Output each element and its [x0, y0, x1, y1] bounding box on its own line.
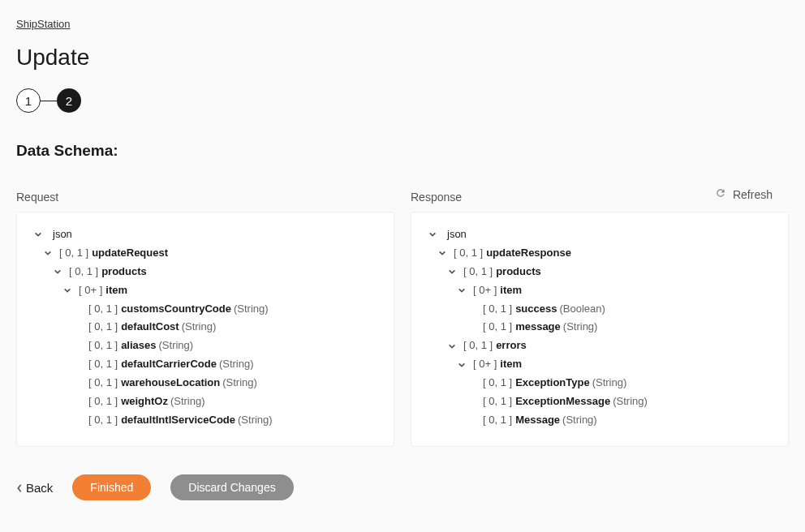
node-name: weightOz [121, 395, 168, 409]
node-name: defaultIntlServiceCode [121, 414, 235, 427]
stepper: 1 2 [16, 88, 789, 113]
node-cardinality: [ 0, 1 ] [69, 265, 98, 279]
tree-node[interactable]: [ 0+ ] item [32, 281, 379, 300]
node-name: warehouseLocation [121, 376, 220, 390]
node-cardinality: [ 0+ ] [79, 284, 102, 298]
node-name: item [105, 284, 127, 298]
node-name: products [101, 265, 147, 279]
node-cardinality: [ 0, 1 ] [88, 376, 118, 390]
node-cardinality: [ 0, 1 ] [88, 358, 118, 371]
refresh-button[interactable]: Refresh [715, 187, 773, 201]
chevron-down-icon[interactable] [51, 265, 64, 278]
page-title: Update [16, 45, 789, 71]
tree-node[interactable]: [ 0+ ] item [426, 281, 773, 300]
node-type: (String) [563, 320, 598, 334]
node-cardinality: [ 0+ ] [473, 284, 497, 298]
node-cardinality: [ 0+ ] [473, 358, 497, 371]
chevron-down-icon[interactable] [455, 358, 468, 371]
chevron-down-icon[interactable] [436, 247, 449, 260]
step-2[interactable]: 2 [57, 88, 81, 113]
step-connector [41, 101, 57, 101]
node-name: Message [515, 414, 560, 427]
node-name: json [53, 228, 72, 242]
node-name: aliases [121, 339, 156, 353]
tree-node[interactable]: [ 0, 1 ] ExceptionMessage (String) [426, 393, 773, 411]
node-type: (String) [613, 395, 648, 409]
tree-node[interactable]: [ 0, 1 ] aliases (String) [32, 337, 379, 355]
node-name: defaultCost [121, 320, 179, 334]
tree-node[interactable]: [ 0, 1 ] Message (String) [426, 411, 773, 430]
node-cardinality: [ 0, 1 ] [463, 265, 493, 279]
node-type: (String) [219, 358, 254, 371]
node-name: products [496, 265, 541, 279]
back-button[interactable]: Back [16, 481, 53, 495]
node-name: updateResponse [486, 247, 571, 260]
node-name: json [447, 228, 467, 242]
chevron-down-icon[interactable] [41, 247, 54, 260]
tree-node[interactable]: [ 0, 1 ] message (String) [426, 318, 773, 337]
node-cardinality: [ 0, 1 ] [59, 247, 88, 260]
finished-button[interactable]: Finished [72, 474, 151, 500]
node-name: errors [496, 339, 527, 353]
tree-node[interactable]: [ 0, 1 ] customsCountryCode (String) [32, 300, 379, 319]
tree-node[interactable]: [ 0, 1 ] products [426, 263, 773, 281]
response-schema-box: json[ 0, 1 ] updateResponse[ 0, 1 ] prod… [411, 212, 789, 447]
node-cardinality: [ 0, 1 ] [88, 414, 118, 427]
chevron-down-icon[interactable] [32, 228, 45, 241]
node-name: success [515, 302, 557, 316]
request-schema-box: json[ 0, 1 ] updateRequest[ 0, 1 ] produ… [16, 212, 394, 447]
node-type: (String) [170, 395, 205, 409]
node-cardinality: [ 0, 1 ] [483, 320, 512, 334]
node-cardinality: [ 0, 1 ] [483, 395, 512, 409]
node-cardinality: [ 0, 1 ] [88, 320, 118, 334]
node-type: (String) [182, 320, 217, 334]
node-type: (Boolean) [559, 302, 605, 316]
request-header: Request [16, 191, 394, 204]
tree-node[interactable]: [ 0, 1 ] defaultCarrierCode (String) [32, 355, 379, 374]
node-name: ExceptionType [515, 376, 590, 390]
node-type: (String) [222, 376, 257, 390]
tree-node[interactable]: [ 0+ ] item [426, 355, 773, 374]
tree-node[interactable]: [ 0, 1 ] updateResponse [426, 244, 773, 263]
node-name: item [500, 358, 522, 371]
tree-node[interactable]: [ 0, 1 ] defaultIntlServiceCode (String) [32, 411, 379, 430]
node-cardinality: [ 0, 1 ] [454, 247, 483, 260]
tree-node[interactable]: [ 0, 1 ] weightOz (String) [32, 393, 379, 411]
node-name: ExceptionMessage [515, 395, 610, 409]
tree-node[interactable]: [ 0, 1 ] ExceptionType (String) [426, 374, 773, 393]
tree-node[interactable]: [ 0, 1 ] errors [426, 337, 773, 355]
chevron-left-icon [16, 481, 23, 495]
tree-node[interactable]: [ 0, 1 ] defaultCost (String) [32, 318, 379, 337]
node-name: updateRequest [92, 247, 168, 260]
chevron-down-icon[interactable] [455, 284, 468, 297]
breadcrumb-link[interactable]: ShipStation [16, 18, 71, 30]
node-cardinality: [ 0, 1 ] [88, 339, 118, 353]
chevron-down-icon[interactable] [446, 265, 458, 278]
node-cardinality: [ 0, 1 ] [483, 302, 512, 316]
node-name: message [515, 320, 561, 334]
node-name: item [500, 284, 522, 298]
node-type: (String) [592, 376, 627, 390]
tree-node[interactable]: [ 0, 1 ] updateRequest [32, 244, 379, 263]
refresh-label: Refresh [733, 188, 773, 201]
tree-node[interactable]: json [426, 225, 773, 244]
node-type: (String) [234, 302, 269, 316]
node-type: (String) [238, 414, 273, 427]
node-cardinality: [ 0, 1 ] [483, 414, 512, 427]
section-title: Data Schema: [16, 142, 789, 160]
chevron-down-icon[interactable] [446, 340, 458, 353]
node-cardinality: [ 0, 1 ] [88, 395, 118, 409]
tree-node[interactable]: [ 0, 1 ] success (Boolean) [426, 300, 773, 319]
node-type: (String) [159, 339, 194, 353]
tree-node[interactable]: [ 0, 1 ] products [32, 263, 379, 281]
tree-node[interactable]: [ 0, 1 ] warehouseLocation (String) [32, 374, 379, 393]
chevron-down-icon[interactable] [426, 228, 439, 241]
discard-button[interactable]: Discard Changes [170, 474, 293, 500]
node-name: customsCountryCode [121, 302, 231, 316]
node-cardinality: [ 0, 1 ] [483, 376, 512, 390]
chevron-down-icon[interactable] [61, 284, 74, 297]
node-cardinality: [ 0, 1 ] [463, 339, 493, 353]
node-cardinality: [ 0, 1 ] [88, 302, 118, 316]
tree-node[interactable]: json [32, 225, 379, 244]
step-1[interactable]: 1 [16, 88, 41, 113]
